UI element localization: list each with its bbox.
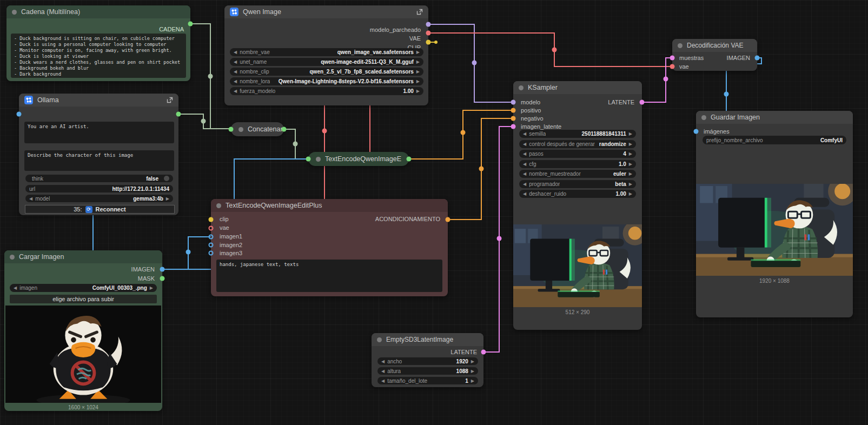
widget-pasos[interactable]: ◀ pasos 4 ▶ xyxy=(519,150,636,158)
reconnect-button[interactable]: 35: ⟳ Reconnect xyxy=(25,205,175,214)
prev-arrow[interactable]: ◀ xyxy=(234,59,237,64)
node-graph-canvas[interactable]: Cadena (Multilínea) CADENA - Duck backgr… xyxy=(0,0,868,425)
collapse-dot-icon[interactable] xyxy=(316,157,321,162)
next-arrow[interactable]: ▶ xyxy=(416,69,420,74)
widget-tamano-del-lote[interactable]: ◀ tamaño_del_lote 1 ▶ xyxy=(377,377,478,384)
prev-arrow[interactable]: ◀ xyxy=(381,369,385,374)
editplus-clip-socket[interactable] xyxy=(209,217,214,222)
ksampler-positivo-socket[interactable] xyxy=(511,108,516,113)
prev-arrow[interactable]: ◀ xyxy=(523,131,526,136)
next-arrow[interactable]: ▶ xyxy=(471,378,474,383)
editplus-imagen2-socket[interactable] xyxy=(209,243,214,248)
think-toggle[interactable]: think false xyxy=(25,175,173,182)
collapse-dot-icon[interactable] xyxy=(216,203,221,208)
node-ksampler[interactable]: KSampler modelo positivo negativo imagen… xyxy=(513,81,642,330)
prev-arrow[interactable]: ◀ xyxy=(523,171,526,176)
expand-icon[interactable] xyxy=(416,9,423,15)
tequi-output-socket[interactable] xyxy=(407,157,412,162)
decode-vae-socket[interactable] xyxy=(670,64,675,69)
node-ollama[interactable]: Ollama images result You are an AI artis… xyxy=(19,94,178,215)
next-arrow[interactable]: ▶ xyxy=(629,162,632,167)
tequi-input-socket[interactable] xyxy=(306,157,311,162)
upload-button[interactable]: elige archivo para subir xyxy=(10,295,157,303)
node-cargar-imagen[interactable]: Cargar Imagen IMAGEN MASK ◀ imagen Comfy… xyxy=(4,250,162,411)
collapse-dot-icon[interactable] xyxy=(519,85,524,90)
collapse-dot-icon[interactable] xyxy=(238,127,243,132)
node-concatenar[interactable]: Concatenar xyxy=(231,122,284,136)
qwen-model-socket[interactable] xyxy=(426,22,431,27)
widget-semilla[interactable]: ◀ semilla 250118881841311 ▶ xyxy=(519,130,636,138)
node-titlebar[interactable]: Ollama xyxy=(19,94,178,107)
next-arrow[interactable]: ▶ xyxy=(416,79,420,84)
ollama-result-socket[interactable] xyxy=(176,112,181,117)
prev-arrow[interactable]: ◀ xyxy=(523,162,526,167)
node-qwen-image[interactable]: Qwen Image modelo_parcheado VAE CLIP ◀ n… xyxy=(224,5,428,105)
url-field[interactable]: url http://172.21.0.1:11434 xyxy=(25,185,173,192)
prev-arrow[interactable]: ◀ xyxy=(523,142,526,147)
next-arrow[interactable]: ▶ xyxy=(629,191,632,196)
node-titlebar[interactable]: TextEncodeQwenImageEditPlus xyxy=(211,199,448,212)
node-titlebar[interactable]: EmptySD3LatentImage xyxy=(372,333,483,346)
concat-input-socket[interactable] xyxy=(229,127,234,132)
editplus-imagen3-socket[interactable] xyxy=(209,251,214,256)
next-arrow[interactable]: ▶ xyxy=(471,359,474,364)
model-combo[interactable]: ◀ model gemma3:4b ▶ xyxy=(25,195,173,202)
node-titlebar[interactable]: Guardar Imagen xyxy=(696,111,853,124)
prev-arrow[interactable]: ◀ xyxy=(381,359,385,364)
editplus-imagen1-socket[interactable] xyxy=(209,235,214,240)
node-guardar-imagen[interactable]: Guardar Imagen imágenes prefijo_nombre_a… xyxy=(696,111,853,317)
prev-arrow[interactable]: ◀ xyxy=(14,285,17,290)
next-arrow[interactable]: ▶ xyxy=(629,142,632,147)
widget-nombre-vae[interactable]: ◀ nombre_vae qwen_image_vae.safetensors … xyxy=(230,48,423,56)
widget-imagen-file[interactable]: ◀ imagen ComfyUI_00303_.png ▶ xyxy=(10,284,157,292)
widget-nombre-clip[interactable]: ◀ nombre_clip qwen_2.5_vl_7b_fp8_scaled.… xyxy=(230,68,423,76)
expand-icon[interactable] xyxy=(167,97,173,103)
prev-arrow[interactable]: ◀ xyxy=(29,196,32,201)
editplus-vae-socket[interactable] xyxy=(209,226,214,231)
next-arrow[interactable]: ▶ xyxy=(416,50,420,55)
prev-arrow[interactable]: ◀ xyxy=(234,50,237,55)
prev-arrow[interactable]: ◀ xyxy=(523,182,526,187)
decode-imagen-socket[interactable] xyxy=(755,56,760,61)
toggle-knob[interactable] xyxy=(164,176,169,181)
widget-programador[interactable]: ◀ programador beta ▶ xyxy=(519,180,636,188)
next-arrow[interactable]: ▶ xyxy=(416,59,420,64)
node-emptysd3latentimage[interactable]: EmptySD3LatentImage LATENTE ◀ ancho 1920… xyxy=(372,333,483,387)
node-textencodeqwenimagee[interactable]: TextEncodeQwenImageE xyxy=(308,152,409,166)
widget-altura[interactable]: ◀ altura 1088 ▶ xyxy=(377,367,478,375)
user-prompt-textarea[interactable]: Describe the character of this image xyxy=(24,150,174,171)
node-textencodeqwenimageeditplus[interactable]: TextEncodeQwenImageEditPlus clip vae ima… xyxy=(211,199,448,296)
load-imagen-socket[interactable] xyxy=(160,267,165,272)
negative-prompt-textarea[interactable]: hands, japanese text, texts xyxy=(216,260,442,292)
node-titlebar[interactable]: Cadena (Multilínea) xyxy=(6,5,190,18)
cadena-output-socket[interactable] xyxy=(188,22,193,26)
system-prompt-textarea[interactable]: You are an AI artist. xyxy=(24,122,174,143)
ksampler-latente-out-socket[interactable] xyxy=(640,100,645,105)
widget-deshacer-ruido[interactable]: ◀ deshacer_ruido 1.00 ▶ xyxy=(519,190,636,198)
widget-nombre-lora[interactable]: ◀ nombre_lora Qwen-Image-Lightning-8step… xyxy=(230,77,423,85)
qwen-clip-socket[interactable] xyxy=(426,40,431,45)
ksampler-latente-in-socket[interactable] xyxy=(511,124,516,129)
next-arrow[interactable]: ▶ xyxy=(166,196,169,201)
node-titlebar[interactable]: Decodificación VAE xyxy=(672,39,757,52)
prev-arrow[interactable]: ◀ xyxy=(234,89,237,94)
node-titlebar[interactable]: KSampler xyxy=(513,81,642,94)
collapse-dot-icon[interactable] xyxy=(12,10,17,15)
decode-muestras-socket[interactable] xyxy=(670,56,675,61)
ksampler-negativo-socket[interactable] xyxy=(511,116,516,121)
prev-arrow[interactable]: ◀ xyxy=(523,191,526,196)
next-arrow[interactable]: ▶ xyxy=(416,89,420,94)
ksampler-modelo-socket[interactable] xyxy=(511,100,516,105)
collapse-dot-icon[interactable] xyxy=(678,43,683,48)
qwen-vae-socket[interactable] xyxy=(426,31,431,36)
widget-ancho[interactable]: ◀ ancho 1920 ▶ xyxy=(377,357,478,365)
prev-arrow[interactable]: ◀ xyxy=(523,151,526,156)
widget-nombre-muestreador[interactable]: ◀ nombre_muestreador euler ▶ xyxy=(519,170,636,178)
prev-arrow[interactable]: ◀ xyxy=(381,378,385,383)
widget-fuerza-modelo[interactable]: ◀ fuerza_modelo 1.00 ▶ xyxy=(230,87,423,95)
empty-latente-socket[interactable] xyxy=(481,350,486,355)
load-mask-socket[interactable] xyxy=(160,276,165,281)
collapse-dot-icon[interactable] xyxy=(701,115,706,120)
node-titlebar[interactable]: Cargar Imagen xyxy=(4,250,162,263)
node-decodificacion-vae[interactable]: Decodificación VAE muestras IMAGEN vae xyxy=(672,39,757,71)
